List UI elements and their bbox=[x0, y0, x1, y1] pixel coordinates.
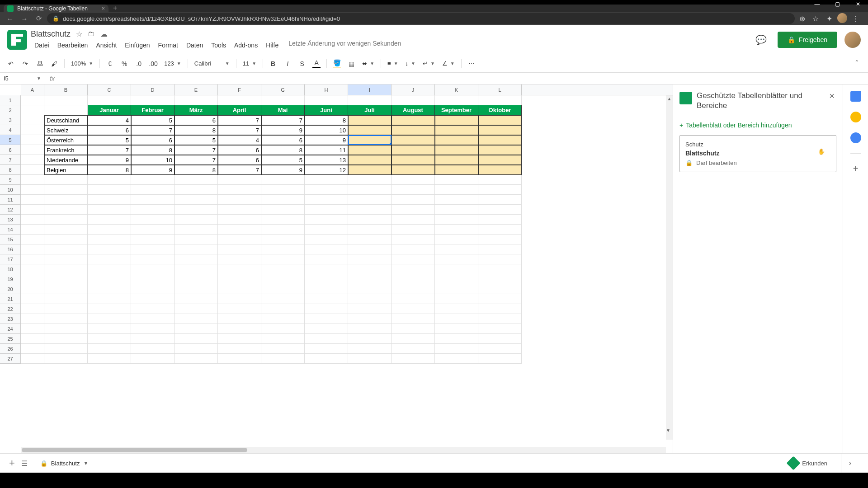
cell[interactable] bbox=[392, 264, 435, 274]
cell[interactable] bbox=[478, 264, 522, 274]
cell[interactable] bbox=[392, 334, 435, 344]
zoom-icon[interactable]: ⊕ bbox=[797, 13, 807, 24]
cell[interactable] bbox=[44, 215, 88, 225]
share-button[interactable]: 🔒 Freigeben bbox=[778, 32, 837, 48]
bold-button[interactable]: B bbox=[267, 57, 279, 70]
cell[interactable] bbox=[348, 334, 392, 344]
cell[interactable] bbox=[392, 95, 435, 105]
cell[interactable] bbox=[348, 264, 392, 274]
explore-button[interactable]: Erkunden bbox=[781, 455, 835, 472]
cell[interactable] bbox=[261, 324, 305, 334]
menu-ansicht[interactable]: Ansicht bbox=[92, 40, 120, 51]
cell[interactable] bbox=[44, 195, 88, 205]
cell[interactable] bbox=[392, 215, 435, 225]
cell[interactable] bbox=[392, 175, 435, 185]
cell[interactable] bbox=[348, 195, 392, 205]
horizontal-scrollbar[interactable] bbox=[21, 447, 666, 453]
row-header[interactable]: 4 bbox=[0, 125, 20, 135]
cell[interactable] bbox=[305, 185, 348, 195]
h-align-button[interactable]: ≡▼ bbox=[385, 60, 401, 67]
cell[interactable] bbox=[21, 165, 44, 175]
collapse-toolbar-button[interactable]: ˆ bbox=[850, 60, 863, 68]
cell[interactable] bbox=[348, 185, 392, 195]
row-header[interactable]: 19 bbox=[0, 274, 20, 284]
sheet-tab[interactable]: 🔒 Blattschutz ▼ bbox=[34, 456, 94, 470]
cell[interactable] bbox=[305, 195, 348, 205]
cell[interactable] bbox=[88, 324, 131, 334]
forward-button[interactable]: → bbox=[18, 12, 31, 25]
menu-tools[interactable]: Tools bbox=[208, 40, 230, 51]
cell[interactable] bbox=[478, 135, 522, 145]
cell[interactable] bbox=[305, 294, 348, 304]
cell[interactable]: 5 bbox=[88, 135, 131, 145]
cell[interactable] bbox=[348, 135, 392, 145]
cell[interactable]: 5 bbox=[261, 155, 305, 165]
cell[interactable] bbox=[131, 264, 175, 274]
column-header[interactable]: I bbox=[348, 84, 392, 95]
rotate-button[interactable]: ∠▼ bbox=[439, 60, 458, 67]
cell[interactable] bbox=[478, 115, 522, 125]
cell[interactable]: Mai bbox=[261, 105, 305, 115]
extensions-icon[interactable]: ✦ bbox=[824, 13, 835, 24]
menu-daten[interactable]: Daten bbox=[183, 40, 207, 51]
cell[interactable] bbox=[44, 304, 88, 314]
menu-bearbeiten[interactable]: Bearbeiten bbox=[54, 40, 92, 51]
row-header[interactable]: 3 bbox=[0, 115, 20, 125]
cell[interactable] bbox=[131, 175, 175, 185]
cell[interactable] bbox=[218, 264, 261, 274]
cell[interactable]: 4 bbox=[88, 115, 131, 125]
cell[interactable] bbox=[392, 125, 435, 135]
star-icon[interactable]: ☆ bbox=[810, 13, 821, 24]
cell[interactable] bbox=[261, 304, 305, 314]
row-header[interactable]: 2 bbox=[0, 105, 20, 115]
cell[interactable] bbox=[435, 225, 478, 235]
cell[interactable] bbox=[478, 95, 522, 105]
cell[interactable] bbox=[88, 314, 131, 324]
cell[interactable] bbox=[435, 145, 478, 155]
cell[interactable] bbox=[435, 175, 478, 185]
font-size-select[interactable]: 11▼ bbox=[240, 60, 259, 67]
cell[interactable]: 8 bbox=[175, 125, 218, 135]
cell[interactable] bbox=[21, 314, 44, 324]
cloud-status-icon[interactable]: ☁ bbox=[100, 30, 108, 38]
cell[interactable] bbox=[435, 185, 478, 195]
column-header[interactable]: L bbox=[478, 84, 522, 95]
cell[interactable] bbox=[348, 145, 392, 155]
cell[interactable] bbox=[21, 225, 44, 235]
cell[interactable]: Juni bbox=[305, 105, 348, 115]
cell[interactable] bbox=[305, 314, 348, 324]
close-tab-icon[interactable]: × bbox=[101, 5, 105, 12]
cell[interactable] bbox=[131, 344, 175, 354]
cell[interactable] bbox=[305, 334, 348, 344]
column-header[interactable]: E bbox=[175, 84, 218, 95]
cell[interactable] bbox=[175, 324, 218, 334]
cell[interactable] bbox=[348, 95, 392, 105]
cell[interactable] bbox=[261, 235, 305, 244]
cell[interactable] bbox=[175, 274, 218, 284]
last-edit-label[interactable]: Letzte Änderung vor wenigen Sekunden bbox=[288, 40, 401, 51]
cell[interactable]: Oktober bbox=[478, 105, 522, 115]
cell[interactable] bbox=[305, 354, 348, 364]
cell[interactable]: 7 bbox=[218, 165, 261, 175]
comments-button[interactable]: 💬 bbox=[752, 31, 770, 49]
cell[interactable] bbox=[175, 254, 218, 264]
cell[interactable]: 6 bbox=[175, 115, 218, 125]
cell[interactable] bbox=[218, 274, 261, 284]
row-header[interactable]: 12 bbox=[0, 205, 20, 215]
cell[interactable] bbox=[392, 165, 435, 175]
column-header[interactable]: A bbox=[21, 84, 44, 95]
tasks-icon[interactable] bbox=[850, 132, 861, 143]
cell[interactable] bbox=[261, 185, 305, 195]
cell[interactable] bbox=[392, 284, 435, 294]
minimize-button[interactable]: — bbox=[807, 0, 827, 8]
cell[interactable] bbox=[21, 244, 44, 254]
cell[interactable] bbox=[131, 324, 175, 334]
cell[interactable]: 6 bbox=[88, 125, 131, 135]
cell[interactable] bbox=[261, 195, 305, 205]
cell[interactable] bbox=[348, 235, 392, 244]
cell[interactable] bbox=[44, 274, 88, 284]
column-header[interactable]: J bbox=[392, 84, 435, 95]
cell[interactable] bbox=[44, 225, 88, 235]
cell[interactable]: 6 bbox=[218, 145, 261, 155]
cell[interactable] bbox=[88, 294, 131, 304]
